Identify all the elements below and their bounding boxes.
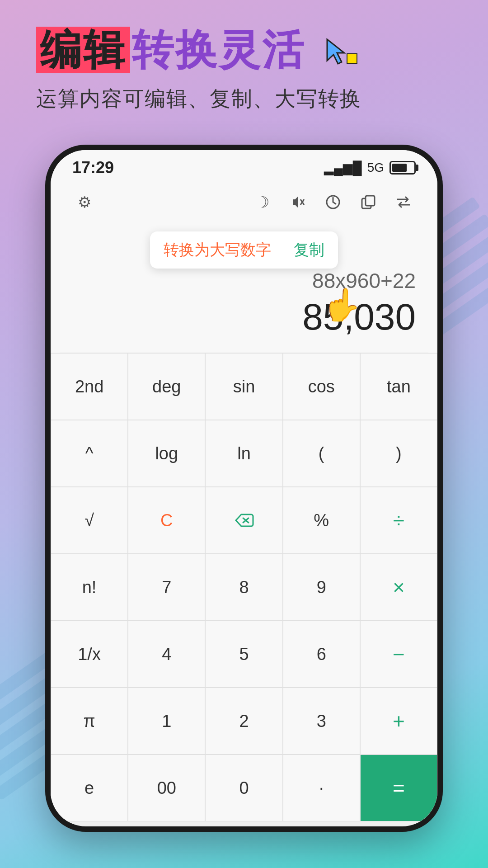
btn-pi[interactable]: π	[51, 688, 128, 755]
btn-close-paren[interactable]: )	[360, 420, 437, 487]
calc-row-2: ^ log ln ( )	[51, 420, 437, 487]
mute-button[interactable]	[282, 186, 314, 218]
main-title: 编辑转换灵活	[36, 27, 452, 76]
btn-open-paren[interactable]: (	[283, 420, 360, 487]
network-type: 5G	[367, 160, 384, 175]
btn-2[interactable]: 2	[205, 688, 282, 755]
btn-add[interactable]: +	[360, 688, 437, 755]
context-menu: 转换为大写数字 复制	[150, 231, 338, 269]
copy-button[interactable]: 复制	[294, 240, 324, 260]
cursor-icon	[324, 30, 360, 76]
copy-layout-button[interactable]	[352, 186, 384, 218]
btn-deg[interactable]: deg	[128, 353, 205, 420]
calc-row-1: 2nd deg sin cos tan	[51, 353, 437, 420]
btn-subtract[interactable]: −	[360, 621, 437, 688]
btn-7[interactable]: 7	[128, 554, 205, 621]
svg-rect-6	[366, 196, 375, 206]
status-time: 17:29	[72, 158, 114, 177]
status-bar: 17:29 ▂▄▆█ 5G	[51, 150, 437, 182]
btn-decimal[interactable]: ·	[283, 755, 360, 821]
convert-uppercase-button[interactable]: 转换为大写数字	[164, 240, 271, 260]
signal-bars: ▂▄▆█	[324, 160, 362, 175]
title-part2: 转换灵活	[132, 27, 305, 73]
finger-cursor-icon: 👆	[322, 286, 361, 324]
btn-reciprocal[interactable]: 1/x	[51, 621, 128, 688]
status-right: ▂▄▆█ 5G	[324, 160, 416, 175]
btn-6[interactable]: 6	[283, 621, 360, 688]
title-highlight: 编辑	[36, 27, 130, 73]
settings-button[interactable]: ⚙	[69, 186, 100, 218]
calc-row-4: n! 7 8 9 ×	[51, 554, 437, 621]
phone-container: 17:29 ▂▄▆█ 5G ⚙ ☽	[45, 145, 479, 868]
btn-multiply[interactable]: ×	[360, 554, 437, 621]
subtitle: 运算内容可编辑、复制、大写转换	[36, 85, 452, 113]
btn-5[interactable]: 5	[205, 621, 282, 688]
btn-divide[interactable]: ÷	[360, 487, 437, 554]
btn-double-zero[interactable]: 00	[128, 755, 205, 821]
btn-cos[interactable]: cos	[283, 353, 360, 420]
btn-sqrt[interactable]: √	[51, 487, 128, 554]
calc-row-3: √ C % ÷	[51, 487, 437, 554]
expression-display[interactable]: 88x960+22	[72, 268, 416, 295]
btn-2nd[interactable]: 2nd	[51, 353, 128, 420]
btn-clear[interactable]: C	[128, 487, 205, 554]
toolbar-right: ☽	[247, 186, 419, 218]
calc-row-6: π 1 2 3 +	[51, 688, 437, 755]
btn-0[interactable]: 0	[205, 755, 282, 821]
phone-mockup: 17:29 ▂▄▆█ 5G ⚙ ☽	[45, 145, 443, 832]
calc-row-7: e 00 0 · =	[51, 755, 437, 821]
result-display[interactable]: 85,030 👆	[72, 295, 416, 339]
btn-power[interactable]: ^	[51, 420, 128, 487]
night-mode-button[interactable]: ☽	[247, 186, 278, 218]
svg-marker-0	[327, 39, 344, 64]
display-area: 转换为大写数字 复制 88x960+22 85,030 👆	[51, 222, 437, 353]
btn-equals[interactable]: =	[360, 755, 437, 821]
btn-backspace[interactable]	[205, 487, 282, 554]
calc-row-5: 1/x 4 5 6 −	[51, 621, 437, 688]
btn-4[interactable]: 4	[128, 621, 205, 688]
history-button[interactable]	[317, 186, 349, 218]
btn-factorial[interactable]: n!	[51, 554, 128, 621]
btn-log[interactable]: log	[128, 420, 205, 487]
btn-percent[interactable]: %	[283, 487, 360, 554]
btn-9[interactable]: 9	[283, 554, 360, 621]
btn-ln[interactable]: ln	[205, 420, 282, 487]
btn-tan[interactable]: tan	[360, 353, 437, 420]
btn-3[interactable]: 3	[283, 688, 360, 755]
btn-1[interactable]: 1	[128, 688, 205, 755]
btn-8[interactable]: 8	[205, 554, 282, 621]
battery-icon	[389, 161, 416, 175]
btn-sin[interactable]: sin	[205, 353, 282, 420]
header-area: 编辑转换灵活 运算内容可编辑、复制、大写转换	[36, 27, 452, 113]
convert-button[interactable]	[388, 186, 419, 218]
toolbar: ⚙ ☽	[51, 182, 437, 222]
svg-rect-1	[347, 54, 357, 64]
battery-fill	[392, 164, 407, 172]
btn-e[interactable]: e	[51, 755, 128, 821]
